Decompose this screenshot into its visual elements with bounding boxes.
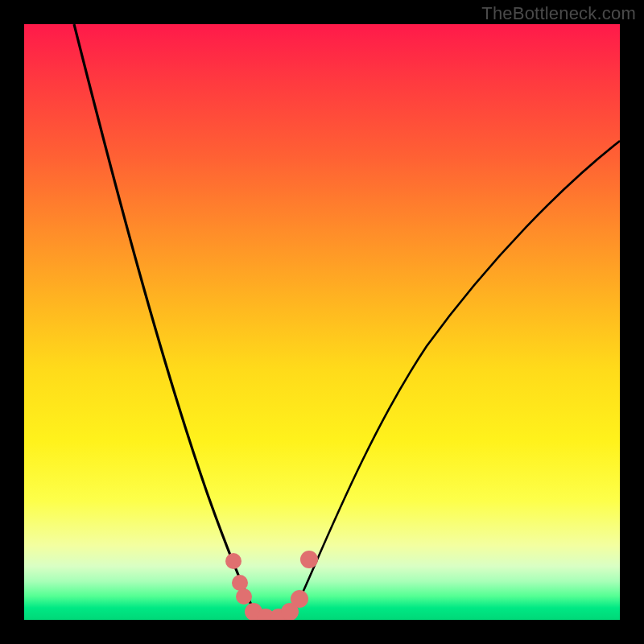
- right-curve: [293, 141, 620, 613]
- plot-area: [24, 24, 620, 620]
- left-marker-1: [225, 553, 242, 569]
- marker-group: [225, 551, 318, 620]
- right-marker-2: [300, 551, 318, 568]
- left-curve: [74, 24, 255, 613]
- curve-layer: [24, 24, 620, 620]
- left-marker-2: [232, 575, 248, 591]
- right-marker-1: [291, 590, 308, 608]
- watermark-text: TheBottleneck.com: [481, 3, 636, 24]
- chart-frame: TheBottleneck.com: [0, 0, 644, 644]
- left-marker-3: [236, 588, 252, 605]
